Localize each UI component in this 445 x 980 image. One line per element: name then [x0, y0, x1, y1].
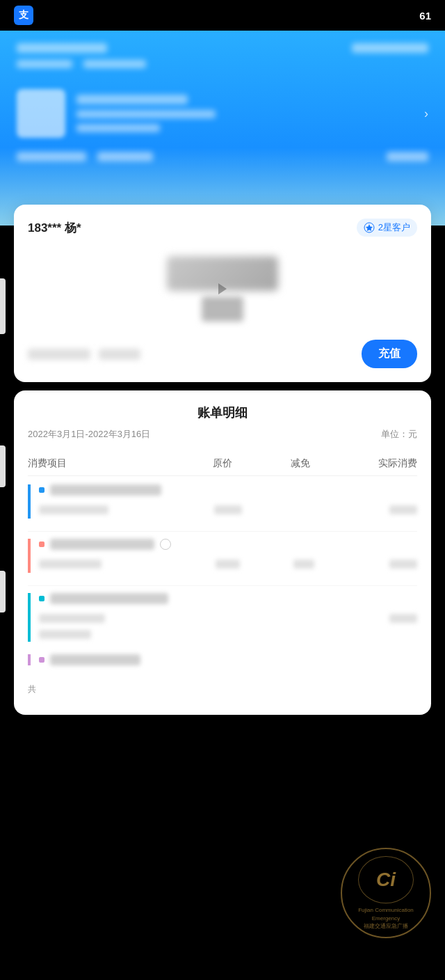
item-3-detail — [39, 610, 417, 627]
item-1-name — [50, 484, 161, 496]
watermark-subtext: Fujian Communication Emergency 福建交通应急广播 — [349, 906, 423, 930]
header-top-row — [0, 31, 445, 53]
item-1-tag — [39, 487, 44, 493]
more-text: 共 — [28, 678, 417, 701]
header-avatar-area: › — [0, 75, 445, 145]
item-3-detail-name — [39, 614, 105, 623]
item-2-tag — [39, 542, 44, 547]
item-3-detail-2 — [39, 627, 417, 642]
recharge-button[interactable]: 充值 — [362, 340, 417, 368]
header-area: › — [0, 31, 445, 226]
col-header-name: 消费项目 — [28, 457, 184, 470]
item-2-price — [216, 560, 240, 569]
item-2-discount — [293, 560, 314, 569]
status-time: 61 — [419, 10, 431, 22]
item-4-title-row — [39, 654, 417, 665]
bill-item-3 — [28, 593, 417, 642]
service-logo-area — [28, 251, 417, 327]
item-2-title-row — [39, 539, 417, 550]
status-bar: 支 61 — [0, 0, 445, 31]
watermark-ci: Ci — [358, 856, 414, 903]
col-header-actual: 实际消费 — [339, 457, 417, 470]
item-3-name — [50, 593, 168, 604]
avatar-name-blur — [76, 95, 188, 104]
item-1-title-row — [39, 484, 417, 496]
avatar — [17, 89, 65, 138]
user-name: 杨* — [65, 221, 81, 235]
phone-number: 183*** — [28, 221, 65, 235]
bill-date: 2022年3月1日-2022年3月16日 — [28, 428, 150, 441]
item-4-name — [50, 654, 140, 665]
avatar-text-area — [76, 95, 413, 132]
left-edge-2 — [0, 445, 6, 487]
col-header-discount: 减免 — [261, 457, 339, 470]
watermark-stamp: Ci Fujian Communication Emergency 福建交通应急… — [341, 848, 431, 938]
item-3-detail2-name — [39, 630, 91, 639]
balance-row: 充值 — [28, 334, 417, 368]
item-2-detail — [39, 555, 417, 573]
table-header: 消费项目 原价 减免 实际消费 — [28, 452, 417, 476]
header-blur-3 — [17, 60, 72, 68]
star-level-text: 2星客户 — [378, 221, 410, 234]
header-bottom-row — [0, 145, 445, 168]
item-2-circle — [160, 539, 171, 550]
header-blur-1 — [17, 43, 107, 53]
item-3-tag — [39, 596, 44, 601]
status-bar-left: 支 — [14, 6, 33, 25]
bill-section: 账单明细 2022年3月1日-2022年3月16日 单位：元 消费项目 原价 减… — [14, 390, 431, 715]
divider-1 — [28, 531, 417, 532]
bill-item-1 — [28, 484, 417, 519]
bill-unit: 单位：元 — [381, 428, 417, 441]
avatar-sub-blur — [76, 124, 160, 132]
divider-2 — [28, 585, 417, 586]
balance-blur-1 — [28, 349, 90, 360]
header-blur-4 — [83, 60, 146, 68]
item-2-actual — [389, 560, 417, 569]
left-edge-1 — [0, 278, 6, 334]
item-1-detail-name — [39, 505, 108, 514]
balance-info — [28, 349, 140, 360]
item-1-actual — [389, 505, 417, 514]
play-icon — [218, 283, 227, 294]
header-bottom-blur-3 — [387, 152, 428, 161]
header-mid-row — [0, 53, 445, 75]
item-1-price — [214, 505, 242, 514]
logo-sub-blur — [202, 297, 243, 322]
item-1-detail — [39, 501, 417, 519]
item-3-actual — [389, 614, 417, 623]
balance-blur-2 — [99, 349, 140, 360]
item-3-title-row — [39, 593, 417, 604]
item-2-name — [50, 539, 154, 550]
avatar-info-blur — [76, 110, 216, 118]
left-edge-3 — [0, 571, 6, 612]
item-2-detail-name — [39, 560, 102, 569]
user-phone: 183*** 杨* — [28, 220, 81, 236]
item-4-tag — [39, 657, 44, 663]
star-icon — [364, 222, 375, 233]
arrow-right-icon: › — [424, 106, 428, 121]
star-badge: 2星客户 — [357, 219, 417, 237]
header-bottom-blur-1 — [17, 152, 86, 161]
bill-item-2 — [28, 539, 417, 573]
bill-title: 账单明细 — [28, 404, 417, 421]
alipay-icon: 支 — [14, 6, 33, 25]
header-blur-2 — [352, 43, 428, 53]
header-bottom-blur-2 — [97, 152, 153, 161]
user-info-row: 183*** 杨* 2星客户 — [28, 219, 417, 237]
bill-date-row: 2022年3月1日-2022年3月16日 单位：元 — [28, 428, 417, 441]
bill-item-4 — [28, 654, 417, 665]
main-card: 183*** 杨* 2星客户 充值 — [14, 205, 431, 382]
col-header-price: 原价 — [184, 457, 261, 470]
logo-container — [153, 254, 292, 324]
